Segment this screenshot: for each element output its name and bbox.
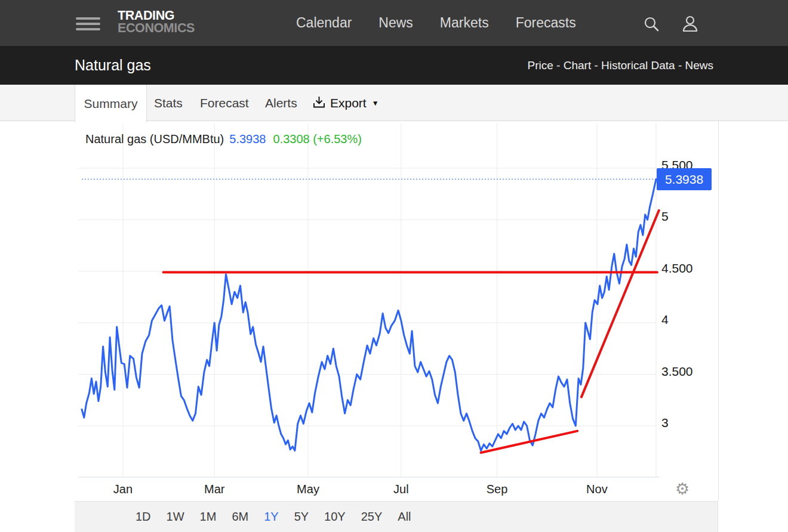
- range-25y[interactable]: 25Y: [353, 510, 390, 524]
- x-axis-label: Sep: [470, 482, 524, 496]
- tab-stats[interactable]: Stats: [154, 85, 183, 121]
- export-label: Export: [330, 96, 367, 110]
- range-1d[interactable]: 1D: [128, 510, 159, 524]
- y-axis-label: 4: [661, 313, 715, 327]
- nav-links: Calendar News Markets Forecasts: [296, 0, 576, 46]
- hamburger-menu-icon[interactable]: [76, 17, 100, 30]
- logo-line1: TRADING: [118, 10, 195, 22]
- logo-line2: ECONOMICS: [118, 22, 195, 35]
- top-nav: TRADING ECONOMICS Calendar News Markets …: [0, 0, 788, 46]
- nav-link-markets[interactable]: Markets: [440, 15, 489, 31]
- trading-economics-logo[interactable]: TRADING ECONOMICS: [118, 10, 195, 35]
- range-selector: 1D 1W 1M 6M 1Y 5Y 10Y 25Y All: [75, 501, 718, 532]
- chart-header: Natural gas (USD/MMBtu)5.39380.3308 (+6.…: [85, 132, 362, 146]
- x-axis-label: Jul: [374, 482, 428, 496]
- chart-last-price: 5.3938: [229, 132, 266, 146]
- tab-summary[interactable]: Summary: [75, 85, 147, 122]
- chart-price-change: 0.3308 (+6.53%): [273, 132, 361, 146]
- tab-strip: Summary Stats Forecast Alerts Export ▼: [0, 85, 788, 121]
- tab-alerts[interactable]: Alerts: [265, 85, 297, 121]
- user-account-icon[interactable]: [681, 16, 699, 35]
- range-10y[interactable]: 10Y: [316, 510, 353, 524]
- range-6m[interactable]: 6M: [224, 510, 256, 524]
- nav-link-news[interactable]: News: [378, 15, 413, 31]
- x-axis-label: Jan: [96, 482, 150, 496]
- y-axis-label: 5: [661, 209, 715, 224]
- chart-card: Natural gas (USD/MMBtu)5.39380.3308 (+6.…: [75, 121, 719, 501]
- download-icon: [313, 96, 325, 112]
- chart-settings-gear-icon[interactable]: ⚙: [675, 480, 690, 498]
- range-1y[interactable]: 1Y: [256, 510, 286, 524]
- x-axis-label: May: [281, 482, 335, 496]
- range-all[interactable]: All: [390, 510, 418, 524]
- page: TRADING ECONOMICS Calendar News Markets …: [0, 0, 788, 532]
- nav-link-calendar[interactable]: Calendar: [296, 15, 352, 31]
- x-axis-label: Mar: [187, 482, 241, 496]
- range-1w[interactable]: 1W: [159, 510, 192, 524]
- export-button[interactable]: Export ▼: [313, 85, 379, 121]
- search-icon[interactable]: [642, 17, 663, 35]
- instrument-header: Natural gas Price - Chart - Historical D…: [0, 46, 788, 85]
- range-5y[interactable]: 5Y: [287, 510, 316, 524]
- y-axis-label: 3.500: [661, 364, 715, 379]
- chevron-down-icon: ▼: [372, 99, 379, 107]
- range-1m[interactable]: 1M: [192, 510, 224, 524]
- current-price-badge: 5.3938: [657, 168, 712, 190]
- chart-instrument-label: Natural gas (USD/MMBtu): [85, 132, 224, 146]
- nav-link-forecasts[interactable]: Forecasts: [516, 15, 576, 31]
- price-chart[interactable]: [75, 121, 718, 501]
- breadcrumb[interactable]: Price - Chart - Historical Data - News: [528, 59, 713, 72]
- y-axis-label: 4.500: [661, 261, 715, 276]
- page-title: Natural gas: [75, 57, 151, 74]
- tab-forecast[interactable]: Forecast: [200, 85, 249, 121]
- y-axis-label: 3: [661, 416, 715, 430]
- x-axis-label: Nov: [570, 482, 624, 496]
